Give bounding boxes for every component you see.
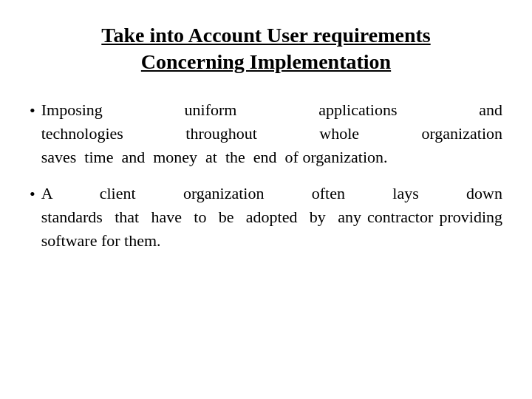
title-line-1: Take into Account User requirements [30,22,502,49]
title-line-2: Concerning Implementation [30,49,502,75]
slide-container: Take into Account User requirements Conc… [30,22,502,377]
bullet-text-2: A client organization often lays down st… [41,182,502,253]
title-block: Take into Account User requirements Conc… [30,22,502,76]
content-block: • Imposing uniform applications and tech… [30,98,502,253]
bullet-item-1: • Imposing uniform applications and tech… [30,98,502,169]
bullet-text-1: Imposing uniform applications and techno… [41,98,502,169]
bullet-dot-1: • [30,99,35,123]
bullet-dot-2: • [30,183,35,206]
bullet-item-2: • A client organization often lays down … [30,182,502,253]
